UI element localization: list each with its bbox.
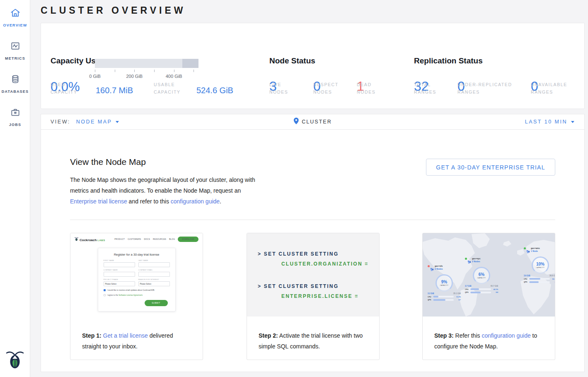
email-updates-checkbox-label: I would like to receive email updates ab… — [107, 289, 155, 291]
last-name-field — [138, 262, 170, 267]
chevron-down-icon — [571, 121, 574, 123]
sidebar-item-label: JOBS — [9, 123, 21, 127]
node-status-title: Node Status — [269, 56, 315, 65]
node-count: 1 Node — [531, 250, 540, 252]
node-map-promo-description: The Node Map shows the geographical layo… — [70, 174, 264, 207]
time-range-dropdown[interactable]: LAST 10 MIN — [525, 119, 574, 125]
sidebar-item-databases[interactable]: DATABASES — [0, 66, 30, 99]
node-used-capacity: 3.2 GiB — [428, 292, 434, 295]
step3-card: geo=sfo 2 Nodes 9% CAPACITY 3.2 GiB 35.1… — [422, 233, 555, 360]
step1-card: Cockroach LABS PRODUCT CUSTOMERS DOCS RE… — [70, 233, 203, 360]
enterprise-trial-license-link[interactable]: Enterprise trial license — [70, 198, 127, 205]
node-used-capacity: 3.7 GiB — [465, 285, 472, 287]
sidebar-item-jobs[interactable]: JOBS — [0, 99, 30, 133]
unavailable-ranges-label: UNAVAILABLE RANGES — [531, 81, 567, 96]
mini-nav-item: BLOG — [169, 238, 175, 240]
license-agreement-checkbox — [104, 294, 106, 296]
get-trial-license-link[interactable]: Get a trial license — [103, 332, 148, 339]
node-map-preview: geo=sfo 2 Nodes 9% CAPACITY 3.2 GiB 35.1… — [423, 233, 555, 317]
gauge-tick-label: 200 GiB — [126, 74, 143, 79]
sidebar-item-metrics[interactable]: METRICS — [0, 33, 30, 66]
node-map-promo-title: View the Node Map — [70, 157, 146, 167]
reason-select: Please Select — [138, 281, 170, 286]
field-label: REASON FOR INTEREST — [138, 279, 170, 280]
gauge-tick — [95, 70, 95, 72]
node-status-dot-dead — [428, 265, 430, 267]
node-status-dot-live — [524, 247, 526, 249]
company-name-field — [104, 272, 135, 277]
node-total-capacity: 36.6 GiB — [549, 275, 555, 277]
node-used-capacity: 3.6 GiB — [524, 275, 530, 277]
sql-command-line: ENTERPRISE.LICENSE = — [258, 291, 379, 301]
qps-bar — [433, 299, 454, 301]
mini-nav-item: DOCS — [144, 238, 150, 240]
qps-bar — [470, 292, 491, 293]
node-total-capacity: 65.7 GiB — [491, 285, 498, 287]
company-email-field — [138, 272, 170, 277]
home-icon — [10, 7, 21, 20]
section-divider — [70, 220, 555, 220]
sidebar-item-overview[interactable]: OVERVIEW — [0, 0, 30, 33]
gauge-tick — [194, 70, 194, 72]
map-pin-icon — [293, 118, 298, 126]
node-cube-icon — [467, 258, 471, 266]
field-label: PROJECT PHASE — [104, 279, 135, 280]
field-label: COMPANY NAME — [104, 269, 135, 271]
form-title: Register for a 30-day trial license — [104, 253, 170, 256]
capacity-gauge-ring: 6% CAPACITY — [473, 267, 490, 284]
page-title: CLUSTER OVERVIEW — [41, 5, 186, 16]
node-count: 2 Nodes — [435, 268, 443, 270]
used-capacity-label: USED CAPACITY — [51, 81, 77, 96]
view-selector-dropdown[interactable]: NODE MAP — [76, 119, 119, 125]
trial-registration-form: Register for a 30-day trial license FIRS… — [98, 248, 176, 312]
cpu-bar — [470, 288, 491, 290]
sql-command-line: > SET CLUSTER SETTING — [258, 281, 379, 291]
node-locality: geo=sfo — [435, 265, 443, 267]
replication-status-title: Replication Status — [414, 56, 483, 65]
license-agreement-checkbox-label: I agree to the Software License Agreemen… — [107, 294, 143, 296]
mini-nav-item: CUSTOMERS — [128, 238, 141, 240]
cluster-breadcrumb-label: CLUSTER — [302, 119, 332, 125]
cockroachdb-bug-logo — [6, 348, 24, 370]
cpu-bar — [529, 278, 550, 280]
under-replicated-ranges-label: UNDER-REPLICATED RANGES — [457, 81, 512, 96]
view-label: VIEW: — [51, 119, 70, 125]
capacity-gauge: 0 GiB 200 GiB 400 GiB — [95, 59, 198, 84]
field-label: LAST NAME — [138, 260, 170, 261]
cluster-breadcrumb[interactable]: CLUSTER — [293, 118, 332, 126]
step3-caption: Step 3: Refer this configuration guide t… — [423, 317, 555, 352]
map-node-ams: geo=ams 1 Node 10% CAPACITY 3.6 GiB 36.6… — [524, 247, 555, 283]
node-count: 2 Nodes — [472, 260, 480, 263]
field-label: FIRST NAME — [104, 260, 135, 261]
step2-caption: Step 2: Activate the trial license with … — [247, 317, 379, 352]
field-label: COMPANY EMAIL — [138, 269, 170, 271]
sidebar-item-label: METRICS — [5, 56, 25, 60]
node-locality: geo=nyc — [472, 257, 480, 260]
node-cube-icon — [430, 266, 434, 273]
configuration-guide-link[interactable]: configuration guide — [482, 332, 530, 339]
sidebar: OVERVIEW METRICS DATABASES — [0, 0, 30, 377]
node-cube-icon — [526, 248, 530, 255]
trial-signup-screenshot: Cockroach LABS PRODUCT CUSTOMERS DOCS RE… — [70, 233, 203, 317]
get-enterprise-trial-button[interactable]: GET A 30-DAY ENTERPRISE TRIAL — [426, 159, 555, 176]
databases-icon — [10, 74, 21, 86]
map-node-sfo: geo=sfo 2 Nodes 9% CAPACITY 3.2 GiB 35.1… — [428, 265, 461, 301]
used-capacity-value: 160.7 MiB — [96, 86, 133, 95]
sidebar-item-label: DATABASES — [2, 89, 29, 94]
node-status-dot-live — [465, 258, 467, 260]
gauge-tick — [115, 70, 115, 72]
node-map-panel: View the Node Map The Node Map shows the… — [41, 129, 585, 372]
gauge-tick-label: 0 GiB — [89, 74, 101, 79]
capacity-gauge-reserved-segment — [182, 59, 198, 68]
software-license-agreement-link: Software License Agreement. — [119, 294, 143, 296]
map-node-nyc: geo=nyc 2 Nodes 6% CAPACITY 3.7 GiB 65.7… — [465, 257, 498, 293]
suspect-nodes-label: SUSPECT NODES — [313, 81, 339, 96]
project-phase-select: Please Select — [104, 281, 135, 286]
usable-capacity-label: USABLE CAPACITY — [154, 81, 181, 96]
cockroach-labs-mini-logo: Cockroach LABS — [75, 237, 105, 242]
node-total-capacity: 35.1 GiB — [453, 292, 461, 295]
configuration-guide-link[interactable]: configuration guide — [171, 198, 220, 205]
mini-nav-item: RESOURCES — [153, 238, 166, 240]
email-updates-checkbox — [104, 289, 106, 291]
sql-command-line: CLUSTER.ORGANIZATION = — [258, 259, 379, 269]
